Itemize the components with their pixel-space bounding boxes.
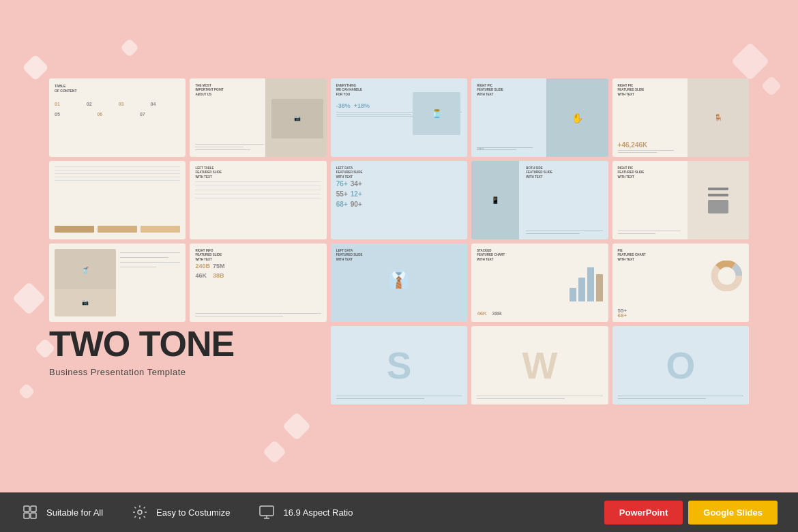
brand-panel: TWO TONE Business Presentation Template	[49, 326, 308, 377]
svg-point-7	[138, 510, 142, 514]
deco-cube-9	[760, 75, 782, 96]
powerpoint-button[interactable]: PowerPoint	[604, 501, 683, 524]
feature-aspect-label: 16.9 Aspect Ratio	[283, 507, 353, 518]
slide-thumb-11[interactable]: 🥤 📷	[49, 243, 186, 322]
slide-thumb-3[interactable]: EVERYTHINGWE CAN HANDLEFOR YOU -38% +18%…	[331, 78, 467, 157]
deco-cube-7	[263, 440, 286, 464]
slide-thumb-7[interactable]: LEFT TABLEFEATURED SLIDEWITH TEXT	[190, 161, 326, 239]
tag-icon	[20, 503, 40, 522]
slide-thumb-6[interactable]	[49, 161, 186, 239]
feature-customize: Easy to Costumize	[130, 503, 230, 522]
slide-thumb-12[interactable]: RIGHT INFOFEATURED SLIDEWITH TEXT 240B 7…	[190, 243, 326, 322]
deco-cube-2	[120, 38, 139, 57]
slide-thumb-w[interactable]: W	[471, 326, 608, 404]
slide-thumb-o[interactable]: O	[612, 326, 749, 404]
slide-thumb-15[interactable]: PIEFEATURED CHARTWITH TEXT 55+ 68+	[612, 243, 749, 322]
slide-thumb-4[interactable]: ✋ RIGHT PICFEATURED SLIDEWITH TEXT +88%	[471, 78, 608, 157]
deco-cube-1	[22, 54, 49, 81]
slide-thumb-2[interactable]: THE MOSTIMPORTANT POINTABOUT US 📷	[190, 78, 326, 157]
slide-thumb-5[interactable]: 🪑 RIGHT PICFEATURED SLIDEWITH TEXT +46,2…	[612, 78, 749, 157]
monitor-icon	[257, 503, 276, 522]
feature-suitable: Suitable for All	[20, 503, 103, 522]
bottom-bar: Suitable for All Easy to Costumize 16.9 …	[0, 492, 798, 532]
deco-cube-3	[12, 282, 46, 315]
deco-cube-5	[18, 383, 35, 400]
svg-rect-8	[260, 506, 274, 516]
svg-rect-3	[24, 506, 29, 512]
svg-rect-6	[31, 513, 36, 518]
deco-cube-6	[282, 412, 311, 441]
google-slides-button[interactable]: Google Slides	[688, 501, 778, 524]
slide-thumb-1[interactable]: TABLEOF CONTENT 01 02 03 04 05 06 07	[49, 78, 186, 157]
slide-thumb-10[interactable]: RIGHT PICFEATURED SLIDEWITH TEXT	[612, 161, 749, 239]
slide-thumb-8[interactable]: LEFT DATAFEATURED SLIDEWITH TEXT 76+ 34+…	[331, 161, 467, 239]
svg-rect-5	[24, 513, 29, 518]
brand-subtitle: Business Presentation Template	[49, 367, 308, 377]
deco-cube-8	[731, 42, 770, 81]
slide-thumb-14[interactable]: STACKEDFEATURED CHARTWITH TEXT 46K 38B	[471, 243, 608, 322]
customize-icon	[130, 503, 149, 522]
brand-title: TWO TONE	[49, 326, 308, 361]
slide-thumb-9[interactable]: 📱 BOTH SIDEFEATURED SLIDEWITH TEXT	[471, 161, 608, 239]
feature-aspect: 16.9 Aspect Ratio	[257, 503, 353, 522]
feature-customize-label: Easy to Costumize	[156, 507, 230, 518]
svg-rect-4	[31, 506, 36, 512]
feature-suitable-label: Suitable for All	[46, 507, 103, 518]
slide-thumb-13[interactable]: 👔 LEFT DATAFEATURED SLIDEWITH TEXT	[331, 243, 467, 322]
slide-thumb-s[interactable]: S	[331, 326, 467, 404]
